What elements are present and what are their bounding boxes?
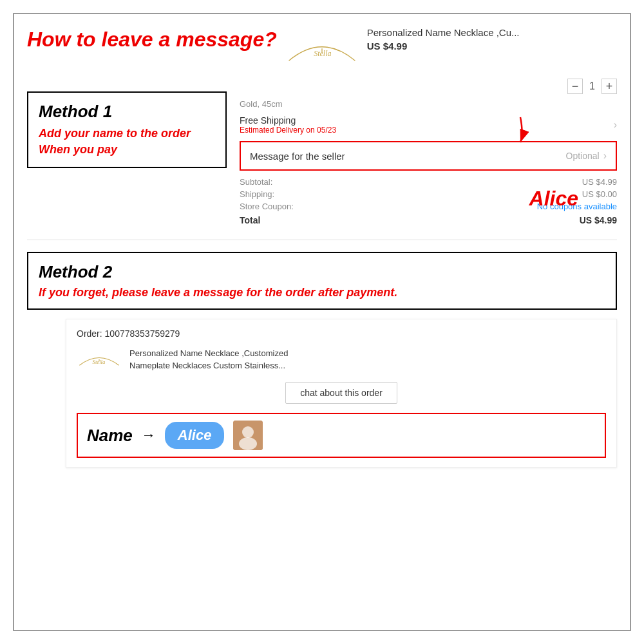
quantity-row: − 1 + <box>240 79 617 94</box>
order-product-row: Stella Personalized Name Necklace ,Custo… <box>77 345 606 374</box>
total-row: Total US $4.99 <box>240 215 617 225</box>
alice-message-bubble: Alice <box>165 422 225 449</box>
order-card: Order: 100778353759279 Stella Personaliz… <box>66 319 617 468</box>
outer-container: How to leave a message? Stella Personali… <box>13 13 631 631</box>
method1-title: Method 1 <box>39 102 215 122</box>
shipping-cost-label: Shipping: <box>240 189 274 199</box>
message-chevron-icon[interactable]: › <box>603 150 607 162</box>
bottom-message-row: Name → Alice <box>77 413 606 458</box>
subtotal-row: Subtotal: US $4.99 <box>240 177 617 187</box>
message-seller-row[interactable]: Message for the seller Optional › <box>240 141 617 171</box>
shipping-label: Free Shipping <box>240 115 336 126</box>
svg-point-7 <box>239 437 257 450</box>
quantity-plus-button[interactable]: + <box>601 79 617 94</box>
user-avatar <box>233 421 263 450</box>
message-optional-label: Optional <box>566 151 600 161</box>
shipping-chevron-icon[interactable]: › <box>614 119 617 131</box>
quantity-value: 1 <box>589 80 595 92</box>
shipping-row: Free Shipping Estimated Delivery on 05/2… <box>240 115 617 135</box>
product-name: Personalized Name Necklace ,Cu... <box>367 27 617 38</box>
shipping-info: Free Shipping Estimated Delivery on 05/2… <box>240 115 336 135</box>
subtotal-label: Subtotal: <box>240 177 272 187</box>
quantity-minus-button[interactable]: − <box>567 79 583 94</box>
section-divider <box>27 240 617 240</box>
order-number: Order: 100778353759279 <box>77 328 606 339</box>
shipping-estimate: Estimated Delivery on 05/23 <box>240 126 336 135</box>
name-label: Name <box>87 426 133 446</box>
page-title: How to leave a message? <box>27 27 277 52</box>
product-price: US $4.99 <box>367 41 617 52</box>
svg-text:Stella: Stella <box>314 49 331 58</box>
message-seller-label: Message for the seller <box>250 151 345 162</box>
product-color: Gold, 45cm <box>240 99 617 109</box>
chat-button-row: chat about this order <box>77 382 606 404</box>
method2-description: If you forget, please leave a message fo… <box>39 286 605 299</box>
alice-arrow-svg <box>501 114 540 146</box>
total-value: US $4.99 <box>580 215 617 225</box>
method2-box: Method 2 If you forget, please leave a m… <box>27 252 617 310</box>
name-arrow-icon: → <box>142 427 156 444</box>
chat-about-order-button[interactable]: chat about this order <box>285 382 397 404</box>
product-image-top: Stella <box>283 27 361 72</box>
order-product-image: Stella <box>77 345 122 374</box>
method2-title: Method 2 <box>39 262 605 282</box>
coupon-label: Store Coupon: <box>240 202 294 211</box>
subtotal-value: US $4.99 <box>582 177 617 187</box>
method1-box: Method 1 Add your name to the orderWhen … <box>27 91 227 168</box>
order-number-value: 100778353759279 <box>105 328 180 339</box>
message-section: Message for the seller Optional › <box>240 141 617 171</box>
shipping-estimate-prefix: Estimated Delivery on <box>240 126 317 135</box>
order-panel: Alice − 1 + Gold, 45cm Free Shipping Est… <box>240 79 617 228</box>
method2-section: Method 2 If you forget, please leave a m… <box>27 252 617 468</box>
product-info: Personalized Name Necklace ,Cu... US $4.… <box>367 27 617 52</box>
svg-point-6 <box>242 426 254 438</box>
shipping-estimate-date: 05/23 <box>317 126 336 135</box>
order-label: Order: <box>77 328 102 339</box>
top-section: How to leave a message? Stella Personali… <box>27 27 617 72</box>
middle-section: Method 1 Add your name to the orderWhen … <box>27 79 617 228</box>
shipping-cost-value: US $0.00 <box>582 189 617 199</box>
order-product-name: Personalized Name Necklace ,CustomizedNa… <box>129 348 288 371</box>
alice-annotation-top: Alice <box>529 187 578 211</box>
message-seller-right: Optional › <box>566 150 607 162</box>
method1-description: Add your name to the orderWhen you pay <box>39 126 215 158</box>
total-label: Total <box>240 215 260 225</box>
